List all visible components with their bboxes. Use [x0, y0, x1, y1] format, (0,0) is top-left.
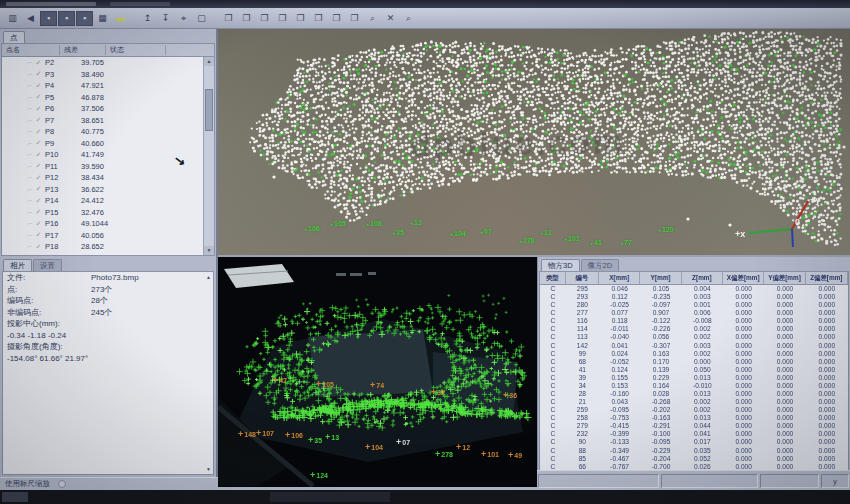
table-column-7[interactable]: Z偏差[mm]: [806, 272, 848, 284]
board-1-icon[interactable]: ▪: [40, 11, 57, 26]
checkmark-icon[interactable]: ✓: [32, 116, 45, 124]
list-item[interactable]: ·┈✓P637.506: [2, 103, 214, 115]
table-row[interactable]: C279-0.415-0.2910.0440.0000.0000.000: [540, 422, 848, 430]
table-row[interactable]: C113-0.0400.0560.0020.0000.0000.000: [540, 333, 848, 341]
table-row[interactable]: C114-0.011-0.2260.0020.0000.0000.000: [540, 325, 848, 333]
scroll-thumb[interactable]: [205, 89, 213, 131]
table-row[interactable]: C390.1550.2290.0130.0000.0000.000: [540, 374, 848, 382]
checkmark-icon[interactable]: ✓: [32, 231, 45, 239]
taskbar[interactable]: [0, 490, 850, 504]
image-page-6-icon[interactable]: ❐: [310, 11, 327, 26]
checkmark-icon[interactable]: ✓: [32, 197, 45, 205]
list-item[interactable]: ·┈✓P1238.434: [2, 172, 214, 184]
table-row[interactable]: C28-0.1600.0280.0130.0000.0000.000: [540, 390, 848, 398]
list-item[interactable]: ·┈✓P338.490: [2, 69, 214, 81]
list-item[interactable]: ·┈✓P738.651: [2, 115, 214, 127]
table-body[interactable]: C2950.0460.1050.0040.0000.0000.000C2930.…: [539, 285, 849, 472]
select-box-icon[interactable]: ▢: [193, 11, 210, 26]
taskbar-start-block[interactable]: [2, 492, 28, 502]
table-column-5[interactable]: X偏差[mm]: [723, 272, 764, 284]
tab-points[interactable]: 点: [3, 31, 25, 43]
probe-icon[interactable]: ⌖: [175, 11, 192, 26]
point-list-column-2[interactable]: 状态: [106, 45, 166, 55]
list-item[interactable]: ·┈✓P546.878: [2, 92, 214, 104]
scroll-up-icon[interactable]: ▲: [206, 274, 211, 280]
tab-photo[interactable]: 相片: [3, 259, 32, 271]
tab-image-2d[interactable]: 像方2D: [581, 259, 620, 271]
list-item[interactable]: ·┈✓P239.705: [2, 57, 214, 69]
list-item[interactable]: ·┈✓P1532.476: [2, 207, 214, 219]
table-column-1[interactable]: 编号: [566, 272, 599, 284]
list-item[interactable]: ·┈✓P840.775: [2, 126, 214, 138]
checkmark-icon[interactable]: ✓: [32, 70, 45, 78]
checkmark-icon[interactable]: ✓: [32, 105, 45, 113]
list-item[interactable]: ·┈✓P940.660: [2, 138, 214, 150]
list-item[interactable]: ·┈✓P1740.056: [2, 230, 214, 242]
table-row[interactable]: C1160.118-0.122-0.0080.0000.0000.000: [540, 317, 848, 325]
table-row[interactable]: C85-0.467-0.2040.0520.0000.0000.000: [540, 455, 848, 463]
image-page-7-icon[interactable]: ❐: [328, 11, 345, 26]
level-icon[interactable]: ▬: [112, 11, 129, 26]
checkmark-icon[interactable]: ✓: [32, 93, 45, 101]
table-row[interactable]: C232-0.399-0.1000.0410.0000.0000.000: [540, 430, 848, 438]
search-icon[interactable]: ⌕: [400, 11, 417, 26]
checkmark-icon[interactable]: ✓: [32, 243, 45, 251]
back-icon[interactable]: ◀: [22, 11, 39, 26]
list-item[interactable]: ·┈✓P1828.652: [2, 241, 214, 253]
orient-up-icon[interactable]: ↥: [139, 11, 156, 26]
checkmark-icon[interactable]: ✓: [32, 82, 45, 90]
menu-bar[interactable]: [0, 0, 850, 8]
table-row[interactable]: C410.1240.1390.0500.0000.0000.000: [540, 366, 848, 374]
table-column-6[interactable]: Y偏差[mm]: [764, 272, 805, 284]
table-row[interactable]: C258-0.753-0.1630.0130.0000.0000.000: [540, 414, 848, 422]
table-row[interactable]: C88-0.349-0.2290.0350.0000.0000.000: [540, 447, 848, 455]
image-page-2-icon[interactable]: ❐: [238, 11, 255, 26]
table-column-3[interactable]: Y[mm]: [640, 272, 681, 284]
checkmark-icon[interactable]: ✓: [32, 151, 45, 159]
checkmark-icon[interactable]: ✓: [32, 174, 45, 182]
table-row[interactable]: C2950.0460.1050.0040.0000.0000.000: [540, 285, 848, 293]
checkmark-icon[interactable]: ✓: [32, 208, 45, 216]
image-page-3-icon[interactable]: ❐: [256, 11, 273, 26]
table-row[interactable]: C2770.0770.9070.0060.0000.0000.000: [540, 309, 848, 317]
image-page-1-icon[interactable]: ❐: [220, 11, 237, 26]
board-2-icon[interactable]: ▪: [58, 11, 75, 26]
viewport-2d[interactable]: +47+105+74+37+36+148+107+106+35+13+104+0…: [218, 257, 537, 487]
delete-icon[interactable]: ✕: [382, 11, 399, 26]
checkmark-icon[interactable]: ✓: [32, 220, 45, 228]
table-row[interactable]: C1420.041-0.3070.0030.0000.0000.000: [540, 342, 848, 350]
checkmark-icon[interactable]: ✓: [32, 185, 45, 193]
checkmark-icon[interactable]: ✓: [32, 162, 45, 170]
checkmark-icon[interactable]: ✓: [32, 59, 45, 67]
board-3-icon[interactable]: ▪: [76, 11, 93, 26]
table-row[interactable]: C340.1530.164-0.0100.0000.0000.000: [540, 382, 848, 390]
checkmark-icon[interactable]: ✓: [32, 139, 45, 147]
point-list-column-0[interactable]: 点名: [2, 45, 60, 55]
scroll-down-icon[interactable]: ▼: [206, 466, 211, 472]
tab-object-3d[interactable]: 物方3D: [541, 259, 580, 271]
table-row[interactable]: C259-0.095-0.2020.0020.0000.0000.000: [540, 406, 848, 414]
image-page-8-icon[interactable]: ❐: [346, 11, 363, 26]
zoom-icon[interactable]: ⌕: [364, 11, 381, 26]
list-item[interactable]: ·┈✓P1649.1044: [2, 218, 214, 230]
image-page-4-icon[interactable]: ❐: [274, 11, 291, 26]
grid-icon[interactable]: ▦: [94, 11, 111, 26]
table-row[interactable]: C68-0.0520.1700.0000.0000.0000.000: [540, 358, 848, 366]
point-list-scrollbar[interactable]: ▲ ▼: [203, 57, 214, 255]
orient-down-icon[interactable]: ↧: [157, 11, 174, 26]
checkmark-icon[interactable]: ✓: [32, 128, 45, 136]
tab-settings[interactable]: 设置: [33, 259, 62, 271]
scroll-up-icon[interactable]: ▲: [204, 57, 214, 66]
table-row[interactable]: C2930.112-0.2350.0030.0000.0000.000: [540, 293, 848, 301]
table-row[interactable]: C280-0.025-0.0970.0010.0000.0000.000: [540, 301, 848, 309]
table-row[interactable]: C90-0.133-0.0950.0170.0000.0000.000: [540, 438, 848, 446]
image-page-5-icon[interactable]: ❐: [292, 11, 309, 26]
save-icon[interactable]: ▥: [4, 11, 21, 26]
list-item[interactable]: ·┈✓P1424.412: [2, 195, 214, 207]
table-column-4[interactable]: Z[mm]: [682, 272, 723, 284]
table-row[interactable]: C990.0240.1630.0020.0000.0000.000: [540, 350, 848, 358]
viewport-3d[interactable]: dpblue.com +x +y 0 ●106●105●108●35●13●10…: [218, 29, 850, 257]
point-list-column-1[interactable]: 残差: [60, 45, 106, 55]
list-item[interactable]: ·┈✓P447.921: [2, 80, 214, 92]
table-row[interactable]: C210.043-0.2680.0020.0000.0000.000: [540, 398, 848, 406]
